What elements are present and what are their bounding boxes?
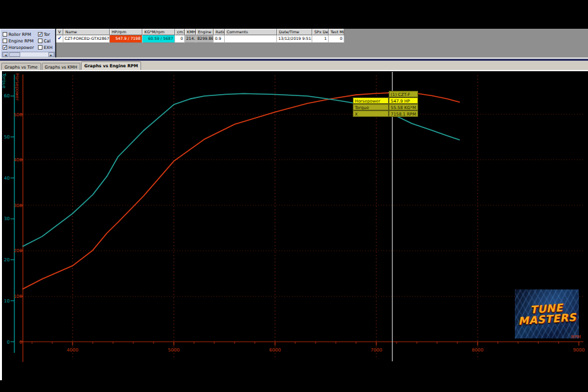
hp-tick-label: 400 [14, 157, 22, 163]
torque-tick-label: 50 [4, 135, 10, 140]
x-axis-unit-label: RPM [571, 335, 581, 340]
window-left-edge [0, 71, 2, 380]
torque-tick-label: 40 [4, 176, 10, 181]
tooltip-hp-value: 547.9 HP [389, 97, 418, 104]
dyno-app-window: Roller RPM Engine RPM ✔ Horsepower ✔ Tor… [0, 0, 588, 392]
horsepower-curve [23, 93, 459, 289]
tooltip-hp-label: Horsepower [353, 97, 389, 104]
logo-line2: MASTERS [518, 312, 577, 325]
hp-tick-label: 100 [14, 294, 22, 299]
x-tick-label: 8000 [472, 348, 483, 353]
torque-tick-label: 60 [4, 93, 10, 99]
x-tick-label: 6000 [269, 348, 281, 353]
tooltip-x-value: 7158.1 RPM [389, 110, 418, 117]
x-tick-label: 9000 [573, 348, 585, 353]
cursor-tooltip: (1) CZT-F Horsepower 547.9 HP Torque 55.… [353, 91, 418, 117]
tooltip-hp-row: Horsepower 547.9 HP [353, 97, 418, 104]
x-tick-label: 4000 [67, 348, 78, 353]
tooltip-header-row: (1) CZT-F [353, 91, 418, 97]
hp-axis-title: Horsepower [14, 73, 20, 101]
hp-tick-label: 0 [20, 340, 22, 345]
torque-tick-label: 20 [4, 257, 10, 263]
tooltip-spacer [353, 91, 389, 97]
tune-masters-logo: TUNE MASTERS [515, 289, 579, 338]
hp-tick-label: 200 [14, 248, 22, 253]
tooltip-run-name: (1) CZT-F [389, 91, 418, 97]
hp-tick-label: 500 [14, 112, 22, 118]
tooltip-torque-label: Torque [353, 104, 389, 110]
torque-axis-title: Torque [1, 73, 7, 88]
torque-tick-label: 10 [4, 299, 10, 304]
torque-tick-label: 30 [4, 216, 10, 221]
torque-tick-label: 0 [7, 340, 10, 345]
dyno-chart[interactable]: 0102030405060010020030040050040005000600… [0, 0, 588, 392]
hp-tick-label: 300 [14, 203, 22, 208]
x-tick-label: 5000 [168, 348, 180, 353]
logo-text: TUNE MASTERS [515, 289, 579, 338]
tooltip-torque-row: Torque 55.58 KG*M [353, 104, 418, 110]
tooltip-torque-value: 55.58 KG*M [389, 104, 418, 110]
x-tick-label: 7000 [370, 348, 382, 353]
tooltip-x-label: X [353, 110, 389, 117]
tooltip-x-row: X 7158.1 RPM [353, 110, 418, 117]
